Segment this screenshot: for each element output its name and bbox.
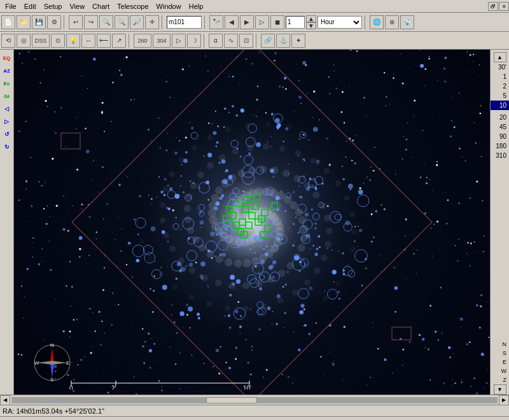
compass-n: N [491,340,509,349]
svg-text:N: N [50,344,54,348]
toolbar2: ⟲ ◎ DSS ⊙ 💡 ↔ ⟵ ↗ 260 304 ▷ ☽ α ∿ ⊡ 🔗 ⚓ … [0,32,509,50]
zoom-in-button[interactable]: 🔍 [99,15,113,29]
sidebar-loop2[interactable]: ↻ [1,141,13,153]
menu-file[interactable]: File [1,1,20,11]
undo-button[interactable]: ↩ [69,15,83,29]
tb2-btn7[interactable]: ↗ [112,34,126,48]
new-button[interactable]: 📄 [1,15,15,29]
menu-view[interactable]: View [66,1,88,11]
scroll-track [11,397,498,403]
scroll-left-button[interactable]: ◀ [0,395,10,405]
scale-180[interactable]: 180 [491,141,509,151]
compass-e: E [491,358,509,367]
zoom-out-button[interactable]: 🔍 [115,15,129,29]
tb2-btn8[interactable]: 260 [134,34,151,48]
scale-10[interactable]: 10 [491,101,509,110]
menu-chart[interactable]: Chart [88,1,113,11]
scale-5[interactable]: 5 [491,91,509,101]
scale-30[interactable]: 30' [491,62,509,72]
play-button[interactable]: ▷ [255,15,269,29]
scale-2[interactable]: 2 [491,81,509,91]
step-input[interactable] [286,16,305,29]
window-close-button[interactable]: ✕ [499,2,509,11]
tb2-btn4[interactable]: 💡 [66,34,80,48]
step-up-button[interactable]: ▲ [306,15,316,22]
main-area: EQ AZ Ec Gl ◁ ▷ ↺ ↻ N S E [0,50,509,395]
tb2-btn6[interactable]: ⟵ [97,34,111,48]
separator3 [204,15,207,29]
scale-scroll-up[interactable]: ▲ [494,52,506,62]
status-bar-1: RA: 14h01m53.04s +54°25'02.1" [0,405,509,416]
tb2-btn3[interactable]: ⊙ [51,34,65,48]
sky-canvas-area[interactable]: N S E W 0 2' 10' [14,50,490,395]
tb2-btn14[interactable]: ⊡ [239,34,253,48]
tb2-btn1[interactable]: ⟲ [1,34,15,48]
separator2 [162,15,164,29]
compass-rose: N S E W [33,344,71,382]
tb2-btn5[interactable]: ↔ [81,34,95,48]
menu-setup[interactable]: Setup [40,1,66,11]
scale-310[interactable]: 310 [491,151,509,160]
settings-button[interactable]: ⚙ [47,15,61,29]
scale-20[interactable]: 20 [491,113,509,122]
tb2-btn11[interactable]: ☽ [187,34,201,48]
menu-window[interactable]: Window [153,1,185,11]
tb2-btn2[interactable]: ◎ [17,34,31,48]
menu-edit[interactable]: Edit [20,1,40,11]
crosshair-button[interactable]: ✛ [145,15,159,29]
window-restore-button[interactable]: 🗗 [488,2,498,11]
save-button[interactable]: 💾 [32,15,46,29]
telescope-btn2[interactable]: ⊕ [385,15,399,29]
left-sidebar: EQ AZ Ec Gl ◁ ▷ ↺ ↻ [0,50,14,395]
find-button[interactable]: 🔎 [130,15,144,29]
compass-s: S [491,349,509,358]
menu-telescope[interactable]: Telescope [113,1,153,11]
separator4 [365,15,367,29]
target-input[interactable] [167,16,202,29]
scale-scroll-down[interactable]: ▼ [494,384,506,395]
open-button[interactable]: 📁 [17,15,31,29]
menu-help[interactable]: Help [185,1,207,11]
sidebar-left[interactable]: ◁ [1,103,13,115]
compass-z: Z [491,375,509,384]
svg-text:E: E [66,360,69,366]
scale-90[interactable]: 90 [491,132,509,141]
horizontal-scrollbar: ◀ ▶ [0,395,509,405]
scroll-right-button[interactable]: ▶ [499,395,509,405]
window-controls: 🗗 ✕ [487,0,509,13]
sidebar-ec[interactable]: Ec [1,78,13,89]
separator1 [64,15,66,29]
svg-text:S: S [50,377,53,382]
tb2-btn16[interactable]: ⚓ [276,34,290,48]
step-down-button[interactable]: ▼ [306,22,316,29]
time-unit-select[interactable]: Hour Minute Day Week Month Year [317,16,362,29]
svg-text:0: 0 [69,385,73,389]
ra-status: RA: 14h01m53.04s +54°25'02.1" [3,407,104,415]
tb2-btn15[interactable]: 🔗 [261,34,275,48]
dss-button[interactable]: DSS [32,34,50,48]
tb2-btn13[interactable]: ∿ [224,34,238,48]
sidebar-eq[interactable]: EQ [1,52,13,64]
tb2-btn10[interactable]: ▷ [172,34,186,48]
sidebar-az[interactable]: AZ [1,65,13,76]
sidebar-right[interactable]: ▷ [1,116,13,127]
telescope-btn3[interactable]: 📡 [400,15,414,29]
scale-1[interactable]: 1 [491,72,509,81]
svg-text:W: W [34,360,39,366]
sidebar-gl[interactable]: Gl [1,90,13,102]
tb2-btn17[interactable]: ✦ [291,34,305,48]
binoculars-button[interactable]: 🔭 [209,15,223,29]
tb2-btn9[interactable]: 304 [153,34,171,48]
telescope-btn1[interactable]: 🌐 [370,15,384,29]
scroll-thumb[interactable] [206,397,257,403]
svg-text:2': 2' [111,385,116,389]
prev-button[interactable]: ◀ [225,15,239,29]
tb2-btn12[interactable]: α [209,34,223,48]
scale-45[interactable]: 45 [491,122,509,132]
next-button[interactable]: ▶ [240,15,254,29]
right-scale-sidebar: ▲ 30' 1 2 5 10 20 45 90 180 310 N S E W … [490,50,509,395]
redo-button[interactable]: ↪ [84,15,98,29]
stop-button[interactable]: ◼ [270,15,284,29]
sidebar-loop1[interactable]: ↺ [1,129,13,140]
toolbar1: 📄 📁 💾 ⚙ ↩ ↪ 🔍 🔍 🔎 ✛ 🔭 ◀ ▶ ▷ ◼ ▲ ▼ Hour M… [0,13,509,32]
